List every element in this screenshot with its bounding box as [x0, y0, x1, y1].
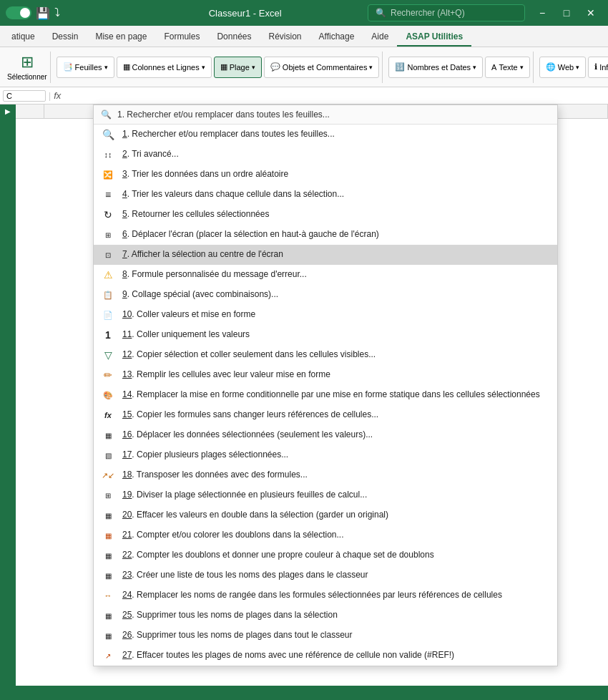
dropdown-item-19[interactable]: ⊞ 19. Diviser la plage sélectionnée en p…	[94, 485, 557, 505]
feuilles-button[interactable]: 📑 Feuilles ▾	[57, 57, 114, 78]
restore-button[interactable]: □	[555, 4, 578, 21]
minimize-button[interactable]: −	[531, 4, 554, 21]
tab-affichage[interactable]: Affichage	[310, 27, 363, 47]
dropdown-search-text: 1. Rechercher et/ou remplacer dans toute…	[117, 110, 330, 120]
window-title: Classeur1 - Excel	[128, 8, 362, 19]
web-chevron: ▾	[576, 64, 579, 71]
informations-button[interactable]: ℹ Informations ▾	[588, 57, 608, 78]
search-box[interactable]: 🔍	[368, 4, 525, 21]
texte-chevron: ▾	[520, 64, 524, 71]
dropdown-item-23[interactable]: ▦ 23. Créer une liste de tous les noms d…	[94, 565, 557, 585]
item-icon-5: ↻	[101, 208, 115, 221]
dropdown-item-10[interactable]: 📄 10. Coller valeurs et mise en forme	[94, 305, 557, 325]
dropdown-item-21[interactable]: ▦ 21. Compter et/ou colorer les doublons…	[94, 525, 557, 545]
dropdown-item-4[interactable]: ≡ 4. Trier les valeurs dans chaque cellu…	[94, 185, 557, 205]
colonnes-chevron: ▾	[202, 64, 205, 71]
item-text-26: 26. Supprimer tous les noms de plages da…	[122, 630, 550, 641]
item-icon-12: ▽	[101, 349, 115, 361]
web-icon: 🌐	[546, 62, 556, 72]
texte-button[interactable]: A Texte ▾	[485, 57, 530, 78]
item-icon-4: ≡	[101, 188, 115, 201]
dropdown-item-12[interactable]: ▽ 12. Copier sélection et coller seuleme…	[94, 345, 557, 365]
dropdown-item-15[interactable]: fx 15. Copier les formules sans changer …	[94, 405, 557, 425]
feuilles-chevron: ▾	[104, 64, 108, 71]
nombres-button[interactable]: 🔢 Nombres et Dates ▾	[388, 57, 483, 78]
dropdown-item-14[interactable]: 🎨 14. Remplacer la mise en forme conditi…	[94, 385, 557, 405]
plage-button[interactable]: ▦ Plage ▾	[214, 57, 262, 78]
dropdown-item-2[interactable]: ↕↕ 2. Tri avancé...	[94, 145, 557, 165]
item-text-11: 11. Coller uniquement les valeurs	[122, 329, 550, 341]
item-icon-15: fx	[101, 409, 115, 422]
tab-aide[interactable]: Aide	[363, 27, 397, 47]
save-icon[interactable]: 💾	[36, 6, 50, 20]
dropdown-item-17[interactable]: ▧ 17. Copier plusieurs plages sélectionn…	[94, 445, 557, 465]
item-text-16: 16. Déplacer les données sélectionnées (…	[122, 429, 550, 441]
item-text-2: 2. Tri avancé...	[122, 149, 550, 160]
item-text-5: 5. Retourner les cellules sélectionnées	[122, 209, 550, 220]
item-text-19: 19. Diviser la plage sélectionnée en plu…	[122, 490, 550, 501]
ribbon-tabs: atique Dessin Mise en page Formules Donn…	[0, 26, 608, 47]
item-icon-2: ↕↕	[101, 148, 115, 161]
selectionner-btn[interactable]: ⊞ Sélectionner	[7, 53, 47, 81]
dropdown-item-24[interactable]: ↔ 24. Remplacer les noms de rangée dans …	[94, 585, 557, 606]
tab-formules[interactable]: Formules	[155, 27, 208, 47]
dropdown-item-20[interactable]: ▦ 20. Effacer les valeurs en double dans…	[94, 505, 557, 525]
plage-chevron: ▾	[252, 64, 255, 71]
dropdown-item-13[interactable]: ✏ 13. Remplir les cellules avec leur val…	[94, 365, 557, 385]
dropdown-item-27[interactable]: ↗ 27. Effacer toutes les plages de noms …	[94, 646, 557, 666]
dropdown-item-6[interactable]: ⊞ 6. Déplacer l'écran (placer la sélecti…	[94, 225, 557, 245]
item-icon-20: ▦	[101, 509, 115, 522]
ribbon-group-select: ⊞ Sélectionner	[4, 52, 51, 83]
title-bar-left: 💾 ⤵	[6, 6, 122, 20]
name-box[interactable]: C	[3, 90, 46, 102]
dropdown-item-3[interactable]: 🔀 3. Trier les données dans un ordre alé…	[94, 165, 557, 185]
sidebar-icon-1: ▶	[5, 107, 11, 115]
dropdown-menu: 🔍 1. Rechercher et/ou remplacer dans tou…	[93, 104, 558, 666]
autosave-toggle[interactable]	[6, 6, 31, 19]
tab-autosauve[interactable]: atique	[3, 27, 44, 47]
main-area: ▶ C L 🔍 1. Rechercher et/ou remplacer da…	[0, 104, 608, 686]
colonnes-button[interactable]: ▦ Colonnes et Lignes ▾	[117, 57, 212, 78]
dropdown-item-1[interactable]: 🔍 1. Rechercher et/ou remplacer dans tou…	[94, 125, 557, 145]
item-text-3: 3. Trier les données dans un ordre aléat…	[122, 169, 550, 180]
web-button[interactable]: 🌐 Web ▾	[539, 57, 586, 78]
dropdown-item-8[interactable]: ⚠ 8. Formule personnalisée du message d'…	[94, 265, 557, 285]
item-text-21: 21. Compter et/ou colorer les doublons d…	[122, 530, 550, 541]
item-text-18: 18. Transposer les données avec des form…	[122, 470, 550, 481]
item-text-20: 20. Effacer les valeurs en double dans l…	[122, 510, 550, 521]
objets-button[interactable]: 💬 Objets et Commentaires ▾	[264, 57, 380, 78]
ribbon-toolbar: ⊞ Sélectionner 📑 Feuilles ▾ ▦ Colonnes e…	[0, 47, 608, 87]
colonnes-icon: ▦	[123, 62, 130, 72]
close-button[interactable]: ✕	[579, 4, 602, 21]
item-text-17: 17. Copier plusieurs plages sélectionnée…	[122, 449, 550, 461]
dropdown-item-9[interactable]: 📋 9. Collage spécial (avec combinaisons)…	[94, 285, 557, 305]
item-text-27: 27. Effacer toutes les plages de noms av…	[122, 650, 550, 661]
tab-revision[interactable]: Révision	[260, 27, 310, 47]
dropdown-item-25[interactable]: ▦ 25. Supprimer tous les noms de plages …	[94, 606, 557, 626]
item-text-6: 6. Déplacer l'écran (placer la sélection…	[122, 229, 550, 240]
dropdown-item-7[interactable]: ⊡ 7. Afficher la sélection au centre de …	[94, 245, 557, 265]
texte-icon: A	[491, 63, 496, 72]
dropdown-search-row: 🔍 1. Rechercher et/ou remplacer dans tou…	[94, 105, 557, 125]
dropdown-item-18[interactable]: ↗↙ 18. Transposer les données avec des f…	[94, 465, 557, 485]
tab-dessin[interactable]: Dessin	[44, 27, 87, 47]
formula-divider: |	[49, 91, 51, 101]
dropdown-item-22[interactable]: ▦ 22. Compter les doublons et donner une…	[94, 545, 557, 565]
tab-asap[interactable]: ASAP Utilities	[397, 27, 471, 47]
tab-miseenpage[interactable]: Mise en page	[87, 27, 155, 47]
dropdown-item-26[interactable]: ▦ 26. Supprimer tous les noms de plages …	[94, 626, 557, 646]
item-text-10: 10. Coller valeurs et mise en forme	[122, 309, 550, 321]
item-text-12: 12. Copier sélection et coller seulement…	[122, 349, 550, 361]
tab-donnees[interactable]: Données	[208, 27, 260, 47]
item-icon-27: ↗	[101, 649, 115, 662]
item-text-8: 8. Formule personnalisée du message d'er…	[122, 269, 550, 281]
search-input[interactable]	[391, 8, 505, 18]
search-icon: 🔍	[376, 8, 386, 18]
dropdown-item-5[interactable]: ↻ 5. Retourner les cellules sélectionnée…	[94, 205, 557, 225]
item-text-23: 23. Créer une liste de tous les noms des…	[122, 570, 550, 581]
dropdown-item-16[interactable]: ▦ 16. Déplacer les données sélectionnées…	[94, 425, 557, 445]
item-icon-23: ▦	[101, 569, 115, 582]
plage-icon: ▦	[220, 62, 227, 72]
undo-icon[interactable]: ⤵	[54, 6, 60, 19]
dropdown-item-11[interactable]: 1 11. Coller uniquement les valeurs	[94, 325, 557, 345]
